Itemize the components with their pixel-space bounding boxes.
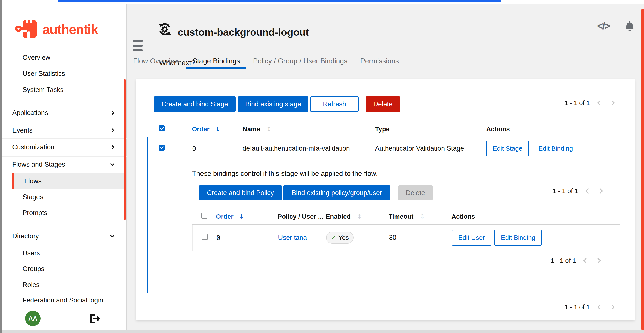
edit-user-button[interactable]: Edit User [452,230,491,246]
pagination-prev-icon[interactable] [583,258,588,263]
sidebar-scrollbar[interactable] [124,79,126,220]
row-actions-cell: Edit Stage Edit Binding [483,141,620,156]
chevron-right-icon [110,128,114,133]
window-bottom-edge [2,330,644,333]
row-checkbox[interactable] [202,234,208,240]
sidebar-item-roles[interactable]: Roles [2,277,124,293]
select-all-checkbox[interactable] [159,125,165,131]
sidebar: authentik Overview User Statistics Syste… [2,4,127,330]
sort-icon: ↕ [420,213,424,220]
column-label: Name [242,125,260,133]
edit-binding-button[interactable]: Edit Binding [494,230,542,246]
column-header-timeout[interactable]: Timeout↕ [386,213,450,220]
sidebar-group-label: Events [12,127,33,134]
sidebar-toggle-button[interactable] [133,40,142,51]
avatar[interactable]: AA [25,311,40,326]
sidebar-item-system-tasks[interactable]: System Tasks [2,82,124,98]
sidebar-group-label: Directory [12,232,39,240]
pagination-label: 1 - 1 of 1 [550,257,576,264]
stage-bindings-card: Create and bind Stage Bind existing stag… [136,79,634,320]
chevron-right-icon [110,111,114,115]
pagination-prev-icon[interactable] [597,100,602,106]
sidebar-group-flows-and-stages[interactable]: Flows and Stages [2,157,124,173]
api-code-icon[interactable]: </> [597,20,610,32]
tab-policy-group-user-bindings[interactable]: Policy / Group / User Bindings [246,54,354,69]
hamburger-bar [133,40,142,42]
row-checkbox-cell [150,145,170,152]
sidebar-divider [2,138,127,139]
window-left-edge [0,0,2,333]
pagination-next-icon[interactable] [595,258,601,263]
row-stage-type: Authenticator Validation Stage [374,145,483,152]
select-all-checkbox[interactable] [201,213,207,219]
sidebar-item-stages[interactable]: Stages [2,189,124,205]
pagination-prev-icon[interactable] [586,188,591,194]
policy-user-link[interactable]: User tana [275,234,324,241]
chevron-down-icon [110,233,114,238]
row-expander-cell [170,145,189,152]
column-header-type: Type [374,125,483,133]
stage-table-row: 0 default-authentication-mfa-validation … [150,137,620,160]
timeout-value: 30 [387,234,450,241]
tab-bar: Flow Overview Stage Bindings Policy / Gr… [127,54,642,69]
policy-table-row: 0 User tana ✓ Yes 30 Edit User Edit Bind… [192,224,620,251]
sidebar-item-users[interactable]: Users [2,245,124,261]
column-header-enabled[interactable]: Enabled↕ [324,213,386,220]
row-checkbox[interactable] [159,145,165,151]
sidebar-group-events[interactable]: Events [2,122,124,138]
sort-icon: ↕ [357,213,362,220]
refresh-button[interactable]: Refresh [310,97,359,112]
enabled-badge: ✓ Yes [326,232,354,244]
sidebar-item-groups[interactable]: Groups [2,261,124,277]
sidebar-item-flows-active[interactable]: Flows [12,173,124,189]
sidebar-group-applications[interactable]: Applications [2,105,124,121]
sidebar-group-label: Applications [12,109,48,117]
bind-existing-stage-button[interactable]: Bind existing stage [238,97,308,112]
authentik-logo-icon [15,18,40,41]
authentik-logo[interactable]: authentik [15,18,98,41]
sidebar-group-customization[interactable]: Customization [2,139,124,155]
delete-button[interactable]: Delete [366,97,400,112]
check-icon: ✓ [331,234,336,241]
pagination-next-icon[interactable] [609,304,614,309]
column-label: Timeout [388,213,414,220]
create-and-bind-stage-button[interactable]: Create and bind Stage [154,97,236,112]
loading-bar [58,0,501,2]
pagination-next-icon[interactable] [609,100,614,106]
sidebar-item-prompts[interactable]: Prompts [2,205,124,221]
column-header-name[interactable]: Name↕ [240,125,374,133]
pagination-prev-icon[interactable] [597,304,602,309]
sidebar-divider [2,122,127,122]
pagination-label: 1 - 1 of 1 [564,303,590,311]
sort-icon: ↕ [266,125,271,133]
page-scrollbar[interactable] [642,9,644,330]
sidebar-item-overview[interactable]: Overview [2,50,124,66]
pagination-policy-top: 1 - 1 of 1 [553,187,602,195]
page-title: custom-background-logout [178,26,309,38]
column-label: Order [192,125,210,133]
collapse-chevron-icon[interactable] [170,145,170,153]
hamburger-bar [133,45,142,47]
column-header-policy-user: Policy / User ... [275,213,324,220]
expanded-policy-panel: These bindings control if this stage wil… [150,160,620,292]
sidebar-item-federation[interactable]: Federation and Social login [2,292,124,308]
column-header-order[interactable]: Order↓ [212,213,275,220]
notifications-bell-icon[interactable] [624,21,635,33]
edit-stage-button[interactable]: Edit Stage [486,141,529,156]
sidebar-item-user-statistics[interactable]: User Statistics [2,66,124,82]
sidebar-group-directory[interactable]: Directory [2,228,124,244]
logout-icon[interactable] [90,314,100,323]
edit-binding-button[interactable]: Edit Binding [532,141,579,156]
pagination-top: 1 - 1 of 1 [564,99,614,107]
create-and-bind-policy-button[interactable]: Create and bind Policy [199,185,282,200]
column-header-order[interactable]: Order↓ [189,125,240,133]
tab-stage-bindings[interactable]: Stage Bindings [186,54,246,69]
tab-flow-overview[interactable]: Flow Overview [127,54,186,69]
delete-policy-button-disabled[interactable]: Delete [398,185,432,200]
pagination-next-icon[interactable] [598,188,603,194]
process-automation-icon [158,22,171,37]
enabled-cell: ✓ Yes [324,232,387,244]
expanded-row-accent [146,138,148,293]
tab-permissions[interactable]: Permissions [354,54,406,69]
bind-existing-policy-button[interactable]: Bind existing policy/group/user [283,185,390,200]
